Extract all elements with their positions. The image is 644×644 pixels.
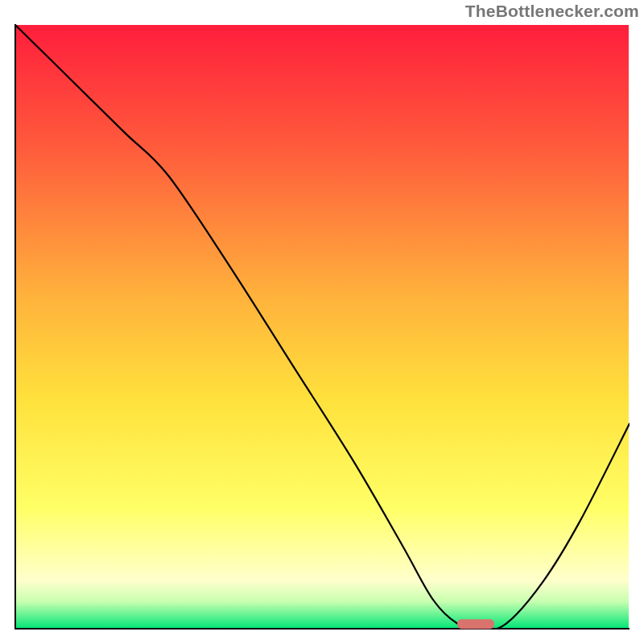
attribution-label: TheBottlenecker.com bbox=[465, 2, 639, 21]
chart-container: TheBottlenecker.com bbox=[0, 0, 644, 644]
bottleneck-chart bbox=[14, 24, 630, 630]
optimal-marker bbox=[457, 619, 494, 629]
